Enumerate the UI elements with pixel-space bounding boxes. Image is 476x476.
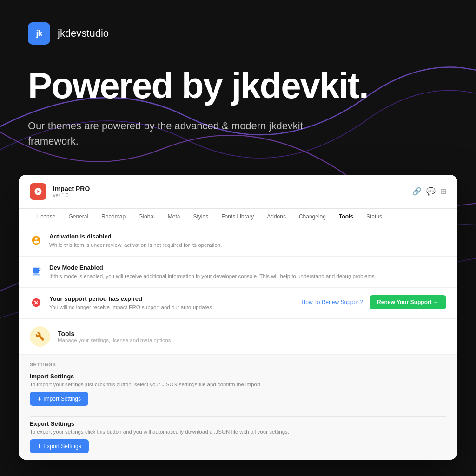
export-desc: To export your settings click this butto… [30,429,446,435]
support-title: Your support period has expired [49,295,295,302]
import-settings-button[interactable]: ⬇ Import Settings [30,392,88,406]
tab-styles[interactable]: Styles [186,209,215,225]
export-settings-button[interactable]: ⬇ Export Settings [30,439,89,453]
panel-content: Activation is disabled While this item i… [19,225,457,460]
plugin-icon [30,183,46,200]
export-title: Export Settings [30,420,446,427]
export-block: Export Settings To export your settings … [30,420,446,460]
devmode-icon [30,265,43,278]
support-icon [30,296,43,309]
renew-support-button[interactable]: Renew Your Support → [370,295,446,309]
plugin-name: Impact PRO [53,185,90,192]
tab-meta[interactable]: Meta [161,209,187,225]
brand-row: jk jkdevstudio [28,22,448,45]
panel-title-row: Impact PRO ver 1.0 [30,183,90,200]
import-title: Import Settings [30,373,446,380]
grid-icon[interactable]: ⊞ [440,187,446,196]
tab-addons[interactable]: Addons [260,209,292,225]
settings-divider [30,416,446,416]
devmode-desc: If this mode is enabled, you will receiv… [49,272,446,280]
tools-desc: Manage your settings, license and meta o… [58,337,171,343]
activation-title: Activation is disabled [49,233,446,240]
plugin-version: ver 1.0 [53,192,90,198]
support-desc: You will no longer receive Impact PRO su… [49,304,295,311]
activation-desc: While this item is under review, activat… [49,241,446,249]
panel-header: Impact PRO ver 1.0 🔗 💬 ⊞ [19,175,457,209]
tab-roadmap[interactable]: Roadmap [95,209,132,225]
activation-icon [30,234,43,247]
notice-support: Your support period has expired You will… [19,288,457,319]
tools-icon [30,326,50,347]
devmode-title: Dev Mode Enabled [49,264,446,271]
import-block: Import Settings To import your settings … [30,373,446,412]
hero-subtitle: Our themes are powered by the advanced &… [28,118,325,149]
tab-license[interactable]: License [30,209,62,225]
tools-section: Tools Manage your settings, license and … [19,319,457,355]
how-to-renew-link[interactable]: How To Renew Support? [302,299,364,305]
tab-fonts-library[interactable]: Fonts Library [215,209,260,225]
header-area: jk jkdevstudio Powered by jkdevkit. Our … [0,0,476,149]
link-icon[interactable]: 🔗 [412,187,422,196]
panel-actions: 🔗 💬 ⊞ [412,187,446,196]
tab-global[interactable]: Global [132,209,161,225]
brand-logo: jk [28,22,50,45]
tab-changelog[interactable]: Changelog [292,209,332,225]
tabs-row: License General Roadmap Global Meta Styl… [19,209,457,225]
settings-section: SETTINGS Import Settings To import your … [19,355,457,460]
notice-activation: Activation is disabled While this item i… [19,225,457,257]
settings-label: SETTINGS [30,362,446,367]
hero-title: Powered by jkdevkit. [28,67,448,105]
support-actions: How To Renew Support? Renew Your Support… [302,295,446,309]
tab-status[interactable]: Status [360,209,389,225]
import-desc: To import your settings just click this … [30,382,446,387]
tab-tools[interactable]: Tools [332,209,360,225]
brand-name: jkdevstudio [58,27,109,40]
tools-name: Tools [58,330,171,337]
notice-devmode: Dev Mode Enabled If this mode is enabled… [19,257,457,288]
chat-icon[interactable]: 💬 [426,187,436,196]
tab-general[interactable]: General [62,209,95,225]
main-panel: Impact PRO ver 1.0 🔗 💬 ⊞ License General… [19,175,457,460]
